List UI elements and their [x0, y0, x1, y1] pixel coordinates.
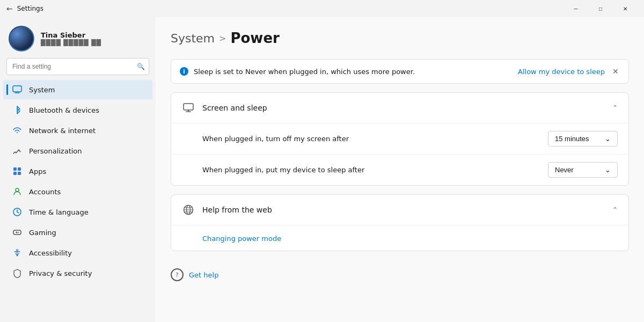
main-content: System > Power i Sleep is set to Never w… — [156, 17, 644, 322]
accounts-icon — [12, 186, 23, 197]
sidebar-item-accounts[interactable]: Accounts — [3, 182, 152, 201]
sidebar-item-label-personalization: Personalization — [29, 147, 82, 155]
info-banner-close[interactable]: ✕ — [611, 67, 620, 76]
info-banner-right: Allow my device to sleep ✕ — [518, 67, 620, 76]
gaming-icon — [12, 227, 23, 238]
bluetooth-icon — [12, 105, 23, 115]
user-info: Tina Sieber ████ █████ ██ — [41, 31, 101, 46]
sidebar-item-label-time: Time & language — [29, 208, 89, 216]
search-input[interactable] — [6, 58, 149, 75]
accessibility-icon — [12, 247, 23, 258]
breadcrumb: System > Power — [171, 30, 629, 46]
minimize-button[interactable]: ─ — [564, 0, 588, 17]
sidebar-item-label-bluetooth: Bluetooth & devices — [29, 106, 99, 114]
sidebar-item-label-apps: Apps — [29, 167, 46, 175]
info-banner: i Sleep is set to Never when plugged in,… — [171, 59, 629, 84]
network-icon — [12, 125, 23, 136]
breadcrumb-separator: > — [219, 33, 226, 43]
sidebar-item-label-gaming: Gaming — [29, 229, 56, 237]
svg-rect-2 — [18, 167, 21, 171]
screen-off-chevron: ⌄ — [605, 135, 611, 143]
back-icon[interactable]: ← — [6, 4, 13, 13]
help-web-chevron: ⌃ — [612, 206, 618, 214]
svg-rect-0 — [13, 86, 21, 92]
changing-power-mode-row: Changing power mode — [171, 225, 628, 251]
monitor-icon — [182, 101, 195, 114]
sidebar-item-gaming[interactable]: Gaming — [3, 223, 152, 242]
sidebar-item-bluetooth[interactable]: Bluetooth & devices — [3, 100, 152, 120]
screen-off-value: 15 minutes — [555, 135, 589, 143]
breadcrumb-current: Power — [230, 30, 279, 46]
app-window: Tina Sieber ████ █████ ██ 🔍 System Bluet… — [0, 17, 644, 322]
svg-rect-3 — [13, 172, 17, 175]
screen-sleep-title: Screen and sleep — [202, 104, 267, 112]
sidebar-item-label-accounts: Accounts — [29, 188, 61, 196]
svg-rect-11 — [184, 104, 193, 110]
get-help-icon: ? — [171, 268, 184, 281]
info-banner-text: Sleep is set to Never when plugged in, w… — [194, 68, 415, 76]
user-profile[interactable]: Tina Sieber ████ █████ ██ — [0, 17, 156, 58]
sidebar-item-system[interactable]: System — [3, 80, 152, 99]
sleep-row: When plugged in, put my device to sleep … — [171, 154, 628, 185]
sidebar-item-label-privacy: Privacy & security — [29, 269, 92, 277]
sidebar-item-personalization[interactable]: Personalization — [3, 141, 152, 160]
user-name: Tina Sieber — [41, 31, 101, 39]
get-help-link[interactable]: Get help — [189, 271, 218, 279]
section-header-left: Screen and sleep — [182, 101, 267, 114]
apps-icon — [12, 166, 23, 177]
privacy-icon — [12, 268, 23, 279]
sidebar-item-label-network: Network & internet — [29, 127, 96, 135]
window-controls: ─ □ ✕ — [564, 0, 638, 17]
titlebar: ← Settings ─ □ ✕ — [0, 0, 644, 17]
svg-rect-1 — [13, 167, 17, 171]
search-icon: 🔍 — [137, 63, 145, 70]
sidebar-item-time[interactable]: Time & language — [3, 202, 152, 222]
help-web-section: Help from the web ⌃ Changing power mode — [171, 194, 629, 251]
globe-icon — [182, 203, 195, 216]
time-icon — [12, 207, 23, 217]
user-email: ████ █████ ██ — [41, 39, 101, 46]
sidebar-item-apps[interactable]: Apps — [3, 162, 152, 181]
sidebar-item-privacy[interactable]: Privacy & security — [3, 264, 152, 283]
sidebar-item-label-accessibility: Accessibility — [29, 249, 72, 257]
screen-sleep-chevron: ⌃ — [612, 104, 618, 112]
close-button[interactable]: ✕ — [613, 0, 638, 17]
sleep-label: When plugged in, put my device to sleep … — [202, 166, 364, 174]
breadcrumb-parent[interactable]: System — [171, 32, 215, 45]
get-help-row: ? Get help — [171, 260, 629, 281]
sleep-dropdown[interactable]: Never ⌄ — [548, 162, 618, 178]
search-box: 🔍 — [6, 58, 149, 75]
screen-off-row: When plugged in, turn off my screen afte… — [171, 123, 628, 154]
sleep-value: Never — [555, 166, 574, 174]
sidebar-item-network[interactable]: Network & internet — [3, 121, 152, 140]
system-icon — [12, 84, 23, 95]
screen-off-dropdown[interactable]: 15 minutes ⌄ — [548, 131, 618, 147]
personalization-icon — [12, 145, 23, 156]
svg-point-5 — [16, 188, 19, 192]
help-web-left: Help from the web — [182, 203, 272, 216]
titlebar-left: ← Settings — [6, 4, 43, 13]
maximize-button[interactable]: □ — [588, 0, 613, 17]
app-title: Settings — [17, 5, 43, 12]
sidebar: Tina Sieber ████ █████ ██ 🔍 System Bluet… — [0, 17, 156, 322]
help-web-title: Help from the web — [202, 206, 272, 214]
screen-off-label: When plugged in, turn off my screen afte… — [202, 135, 349, 143]
info-icon: i — [180, 67, 188, 76]
svg-point-10 — [17, 250, 18, 251]
help-web-header[interactable]: Help from the web ⌃ — [171, 195, 628, 225]
info-banner-left: i Sleep is set to Never when plugged in,… — [180, 67, 415, 76]
changing-power-mode-link[interactable]: Changing power mode — [202, 235, 281, 243]
svg-point-9 — [18, 232, 19, 233]
sidebar-item-label-system: System — [29, 86, 55, 94]
svg-point-8 — [18, 232, 19, 233]
sleep-chevron: ⌄ — [605, 166, 611, 174]
avatar — [9, 26, 34, 52]
screen-sleep-section: Screen and sleep ⌃ When plugged in, turn… — [171, 92, 629, 186]
info-banner-link[interactable]: Allow my device to sleep — [518, 68, 605, 76]
sidebar-item-accessibility[interactable]: Accessibility — [3, 243, 152, 262]
svg-rect-4 — [18, 172, 21, 175]
screen-sleep-header[interactable]: Screen and sleep ⌃ — [171, 93, 628, 123]
